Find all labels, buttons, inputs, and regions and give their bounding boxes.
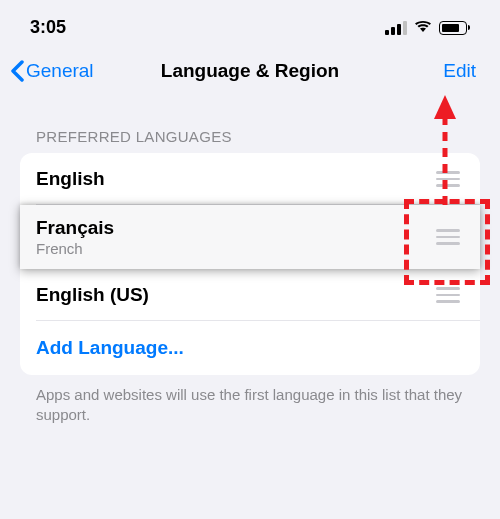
back-button[interactable]: General xyxy=(10,60,94,82)
status-time: 3:05 xyxy=(30,17,66,38)
language-subtitle: French xyxy=(36,240,114,257)
language-item-english-us[interactable]: English (US) xyxy=(20,269,480,321)
language-title: Français xyxy=(36,217,114,239)
cellular-icon xyxy=(385,21,407,35)
wifi-icon xyxy=(413,19,433,37)
language-list: English Français French English (US) xyxy=(20,153,480,375)
language-item-francais[interactable]: Français French xyxy=(20,205,480,269)
battery-icon xyxy=(439,21,470,35)
language-item-english[interactable]: English xyxy=(20,153,480,205)
status-icons xyxy=(385,19,470,37)
nav-bar: General Language & Region Edit xyxy=(0,50,500,96)
status-bar: 3:05 xyxy=(0,0,500,50)
footer-text: Apps and websites will use the first lan… xyxy=(20,375,480,436)
chevron-back-icon xyxy=(10,60,24,82)
language-title: English xyxy=(36,168,105,190)
drag-handle-icon[interactable] xyxy=(436,229,464,245)
page-title: Language & Region xyxy=(161,60,339,82)
language-title: English (US) xyxy=(36,284,149,306)
drag-handle-icon[interactable] xyxy=(436,287,464,303)
add-language-label: Add Language... xyxy=(36,337,184,359)
back-label: General xyxy=(26,60,94,82)
drag-handle-icon[interactable] xyxy=(436,171,464,187)
edit-button[interactable]: Edit xyxy=(443,60,482,82)
add-language-button[interactable]: Add Language... xyxy=(20,321,480,375)
section-header-preferred-languages: PREFERRED LANGUAGES xyxy=(20,96,480,153)
